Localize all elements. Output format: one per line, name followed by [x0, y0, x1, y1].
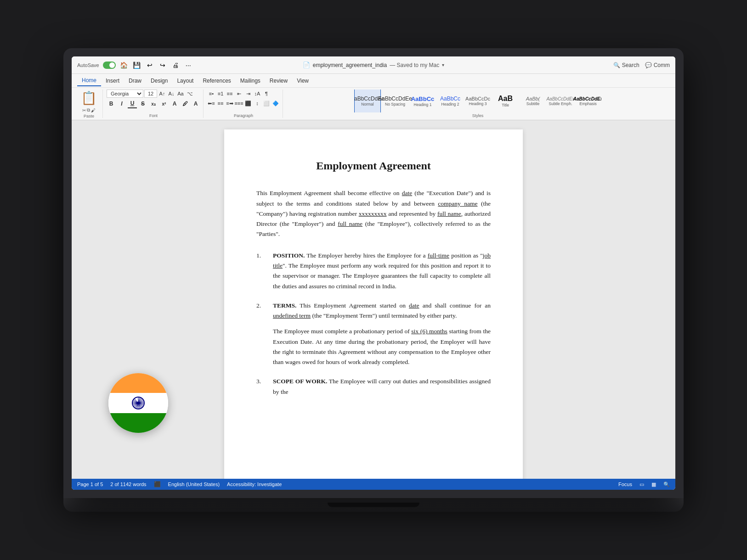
- search-label: Search: [622, 62, 639, 68]
- shade-button[interactable]: 🔷: [272, 99, 280, 107]
- format-painter-icon[interactable]: 🖌: [91, 108, 96, 113]
- align-center-button[interactable]: ≡≡: [216, 99, 225, 107]
- style-heading3[interactable]: AaBbCcDc Heading 3: [464, 90, 491, 112]
- increase-indent-button[interactable]: ⇥: [244, 90, 252, 98]
- align-left-button[interactable]: ⬅≡: [207, 99, 215, 107]
- decrease-indent-button[interactable]: ⇤: [235, 90, 243, 98]
- tab-insert[interactable]: Insert: [101, 76, 124, 86]
- bold-button[interactable]: B: [107, 99, 116, 108]
- doc-area[interactable]: Employment Agreement This Employment Agr…: [72, 120, 675, 479]
- pilcrow-button[interactable]: ¶: [262, 90, 271, 98]
- laptop-shell: AutoSave 🏠 💾 ↩ ↪ 🖨 ··· 📄 employment_agre…: [63, 48, 684, 498]
- font-select[interactable]: Georgia: [107, 90, 143, 98]
- six-months-ref: six (6) months: [411, 328, 447, 335]
- title-bar-left: AutoSave 🏠 💾 ↩ ↪ 🖨 ···: [77, 61, 226, 70]
- ribbon-group-font: Georgia A↑ A↓ Aa ⌥ B I U: [104, 90, 204, 118]
- tab-draw[interactable]: Draw: [124, 76, 146, 86]
- ashoka-chakra: [131, 396, 146, 410]
- bullet-list-button[interactable]: ≡•: [207, 90, 215, 98]
- style-heading2[interactable]: AaBbCc Heading 2: [437, 90, 464, 112]
- underline-button[interactable]: U: [128, 99, 137, 108]
- list-item: 3. SCOPE OF WORK. The Employee will carr…: [256, 376, 491, 397]
- font-size-input[interactable]: [144, 90, 157, 98]
- justify-button[interactable]: ≡≡≡: [235, 99, 243, 107]
- redo-icon[interactable]: ↪: [158, 61, 167, 70]
- section-heading: SCOPE OF WORK.: [273, 378, 327, 385]
- style-title[interactable]: AaB Title: [492, 90, 519, 112]
- tab-design[interactable]: Design: [146, 76, 172, 86]
- title-bar: AutoSave 🏠 💾 ↩ ↪ 🖨 ··· 📄 employment_agre…: [72, 56, 675, 74]
- print-icon[interactable]: 🖨: [171, 61, 180, 70]
- section-number: 1.: [256, 251, 266, 291]
- align-right-button[interactable]: ≡➡: [226, 99, 234, 107]
- layout-icon-1[interactable]: ▭: [639, 482, 644, 487]
- border-button[interactable]: ⬜: [262, 99, 271, 107]
- cut-icon[interactable]: ✂: [82, 108, 86, 113]
- comment-icon: 💬: [645, 62, 652, 68]
- numbered-list-button[interactable]: ≡1: [216, 90, 225, 98]
- track-changes-icon[interactable]: ⬛: [154, 481, 161, 487]
- page-status: Page 1 of 5: [77, 482, 103, 487]
- decrease-font-button[interactable]: A↓: [167, 90, 175, 98]
- layout-icon-2[interactable]: ▦: [651, 482, 656, 487]
- increase-font-button[interactable]: A↑: [158, 90, 166, 98]
- tab-references[interactable]: References: [198, 76, 235, 86]
- tab-review[interactable]: Review: [265, 76, 292, 86]
- clear-format-button[interactable]: ⌥: [186, 90, 194, 98]
- style-normal[interactable]: AaBbCcDdEe Normal: [354, 90, 381, 112]
- undo-icon[interactable]: ↩: [145, 61, 154, 70]
- search-button[interactable]: 🔍 Search: [613, 62, 639, 68]
- style-no-spacing[interactable]: AaBbCcDdEe No Spacing: [382, 90, 408, 112]
- shading-button[interactable]: A: [191, 99, 200, 108]
- dropdown-icon[interactable]: ▾: [442, 62, 444, 67]
- superscript-button[interactable]: x²: [159, 99, 169, 108]
- italic-button[interactable]: I: [117, 99, 126, 108]
- comments-button[interactable]: 💬 Comm: [645, 62, 670, 68]
- tab-view[interactable]: View: [292, 76, 313, 86]
- full-name-ref-1: full name: [437, 210, 461, 217]
- language-status: English (United States): [168, 482, 220, 487]
- home-icon[interactable]: 🏠: [119, 61, 129, 70]
- ribbon-tabs: Home Insert Draw Design Layout Reference…: [72, 74, 675, 88]
- paste-button[interactable]: 📋: [78, 90, 100, 106]
- text-color-button[interactable]: A: [170, 99, 179, 108]
- copy-icon[interactable]: ⧉: [87, 107, 90, 113]
- multilevel-list-button[interactable]: ≡≡: [226, 90, 234, 98]
- column-button[interactable]: ⬛: [244, 99, 252, 107]
- style-emphasis[interactable]: AaBbCcDdEx Emphasis: [575, 90, 601, 112]
- autosave-label: AutoSave: [77, 62, 99, 68]
- strikethrough-button[interactable]: S: [138, 99, 147, 108]
- sort-button[interactable]: ↕A: [253, 90, 261, 98]
- focus-button[interactable]: Focus: [618, 482, 632, 487]
- section-text: TERMS. This Employment Agreement started…: [273, 301, 491, 321]
- ribbon-content: 📋 ✂ ⧉ 🖌 Paste: [72, 88, 675, 120]
- change-case-button[interactable]: Aa: [176, 90, 185, 98]
- styles-label: Styles: [472, 113, 484, 118]
- ribbon-group-styles: AaBbCcDdEe Normal AaBbCcDdEe No Spacing …: [284, 90, 672, 118]
- more-icon[interactable]: ···: [184, 61, 193, 70]
- style-heading1[interactable]: AaBbCc Heading 1: [409, 90, 436, 112]
- full-name-ref-2: full name: [338, 220, 362, 227]
- subscript-button[interactable]: x₂: [149, 99, 158, 108]
- autosave-toggle[interactable]: [103, 62, 116, 69]
- save-icon[interactable]: 💾: [132, 61, 141, 70]
- document-title: Employment Agreement: [256, 157, 491, 174]
- style-subtitle[interactable]: AaBb( Subtitle: [520, 90, 546, 112]
- ribbon-group-clipboard: 📋 ✂ ⧉ 🖌 Paste: [75, 90, 103, 118]
- section-heading: POSITION.: [273, 252, 305, 259]
- tab-layout[interactable]: Layout: [172, 76, 198, 86]
- words-status: 2 of 1142 words: [110, 482, 146, 487]
- tab-home[interactable]: Home: [77, 75, 101, 86]
- line-spacing-button[interactable]: ↕: [253, 99, 261, 107]
- document-sections: 1. POSITION. The Employer hereby hires t…: [256, 251, 491, 397]
- list-item: 2. TERMS. This Employment Agreement star…: [256, 301, 491, 368]
- style-subtle-emphasis[interactable]: AaBbCcDdEx Subtle Emph.: [547, 90, 574, 112]
- tab-mailings[interactable]: Mailings: [236, 76, 265, 86]
- title-bar-right: 🔍 Search 💬 Comm: [522, 62, 670, 68]
- section-content: TERMS. This Employment Agreement started…: [273, 301, 491, 368]
- zoom-icon[interactable]: 🔍: [663, 482, 670, 487]
- india-flag-badge: [108, 373, 168, 433]
- document-intro: This Employment Agreement shall become e…: [256, 188, 491, 239]
- text-highlight-button[interactable]: 🖊: [181, 99, 190, 108]
- accessibility-status[interactable]: Accessibility: Investigate: [227, 482, 282, 487]
